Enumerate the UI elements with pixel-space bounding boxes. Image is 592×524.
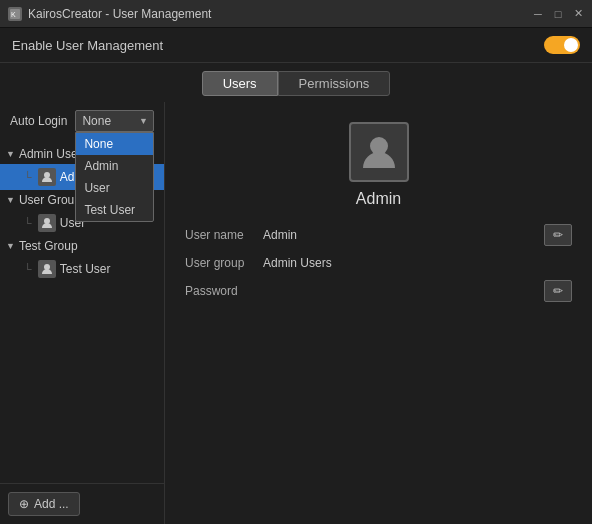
connector-icon-3: └ — [24, 263, 32, 275]
connector-icon-2: └ — [24, 217, 32, 229]
title-bar-left: K KairosCreator - User Management — [8, 7, 211, 21]
window-title: KairosCreator - User Management — [28, 7, 211, 21]
password-row: Password ✏ — [185, 280, 572, 302]
auto-login-dropdown[interactable]: None None Admin User Test User — [75, 110, 154, 132]
svg-text:K: K — [11, 11, 16, 18]
main-content: Enable User Management Users Permissions… — [0, 28, 592, 524]
user-fields: User name Admin ✏ User group Admin Users… — [185, 224, 572, 312]
username-value: Admin — [263, 228, 536, 242]
window-controls: ─ □ ✕ — [532, 8, 584, 20]
dropdown-item-user[interactable]: User — [76, 177, 153, 199]
close-button[interactable]: ✕ — [572, 8, 584, 20]
tree-item-test-user[interactable]: └ Test User — [0, 256, 164, 282]
right-panel: Admin User name Admin ✏ User group Admin… — [165, 102, 592, 524]
user-avatar-icon-3 — [38, 260, 56, 278]
user-avatar-icon-2 — [38, 214, 56, 232]
auto-login-row: Auto Login None None Admin User Test Use… — [0, 102, 164, 140]
add-button[interactable]: ⊕ Add ... — [8, 492, 80, 516]
add-button-row: ⊕ Add ... — [0, 483, 164, 524]
usergroup-label: User group — [185, 256, 255, 270]
user-detail-name: Admin — [356, 190, 401, 208]
top-bar: Enable User Management — [0, 28, 592, 63]
username-edit-button[interactable]: ✏ — [544, 224, 572, 246]
password-label: Password — [185, 284, 255, 298]
arrow-icon-3: ▼ — [6, 241, 15, 251]
arrow-icon: ▼ — [6, 149, 15, 159]
user-avatar-icon — [38, 168, 56, 186]
usergroup-value: Admin Users — [263, 256, 572, 270]
plus-icon: ⊕ — [19, 497, 29, 511]
tab-users[interactable]: Users — [202, 71, 278, 96]
username-row: User name Admin ✏ — [185, 224, 572, 246]
enable-label: Enable User Management — [12, 38, 163, 53]
tree-item-test-user-label: Test User — [60, 262, 111, 276]
tab-permissions[interactable]: Permissions — [278, 71, 391, 96]
body-area: Auto Login None None Admin User Test Use… — [0, 102, 592, 524]
connector-icon: └ — [24, 171, 32, 183]
dropdown-item-testuser[interactable]: Test User — [76, 199, 153, 221]
password-edit-button[interactable]: ✏ — [544, 280, 572, 302]
group-label-test-group: Test Group — [19, 239, 78, 253]
left-panel: Auto Login None None Admin User Test Use… — [0, 102, 165, 524]
enable-toggle[interactable] — [544, 36, 580, 54]
title-bar: K KairosCreator - User Management ─ □ ✕ — [0, 0, 592, 28]
add-button-label: Add ... — [34, 497, 69, 511]
dropdown-item-none[interactable]: None — [76, 133, 153, 155]
tabs-row: Users Permissions — [0, 63, 592, 102]
auto-login-dropdown-btn[interactable]: None — [75, 110, 154, 132]
app-icon: K — [8, 7, 22, 21]
maximize-button[interactable]: □ — [552, 8, 564, 20]
auto-login-menu: None Admin User Test User — [75, 132, 154, 222]
auto-login-label: Auto Login — [10, 114, 67, 128]
usergroup-row: User group Admin Users — [185, 256, 572, 270]
minimize-button[interactable]: ─ — [532, 8, 544, 20]
arrow-icon-2: ▼ — [6, 195, 15, 205]
user-detail-avatar — [349, 122, 409, 182]
tree-group-test-group[interactable]: ▼ Test Group — [0, 236, 164, 256]
dropdown-item-admin[interactable]: Admin — [76, 155, 153, 177]
group-label-user-group: User Group — [19, 193, 81, 207]
username-label: User name — [185, 228, 255, 242]
